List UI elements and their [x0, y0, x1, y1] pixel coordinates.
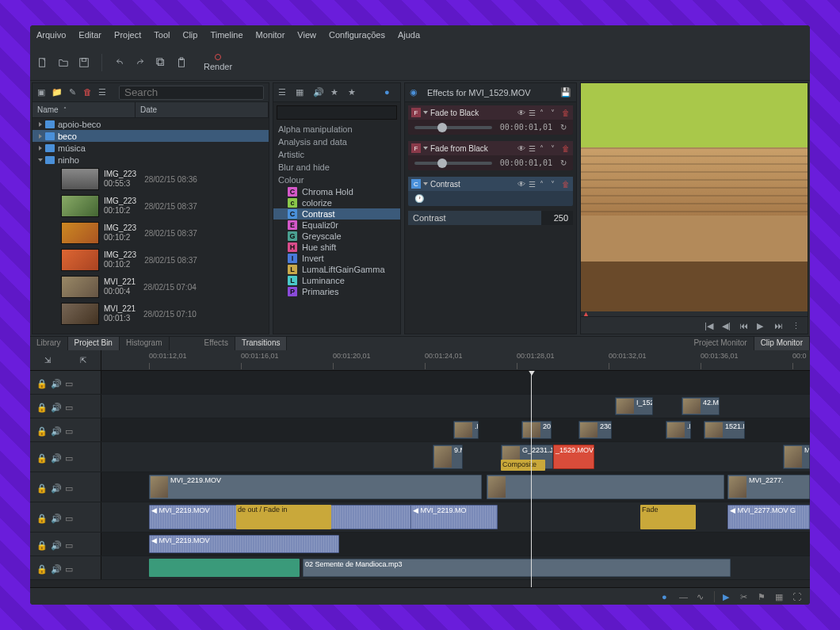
col-name[interactable]: Name˄: [32, 102, 136, 117]
fx-item[interactable]: CContrast: [273, 208, 400, 220]
collapse-icon[interactable]: [423, 182, 428, 185]
effect-fade-to-black[interactable]: FFade to Black👁☰˄˅🗑 00:00:01,01↻: [408, 105, 573, 135]
up-icon[interactable]: ˄: [540, 144, 548, 152]
mute-icon[interactable]: 🔊: [51, 379, 59, 387]
timeline-clip[interactable]: ◀ MVI_2219.MO: [410, 505, 498, 529]
track-body[interactable]: [101, 371, 810, 394]
fx-item[interactable]: ccolorize: [273, 197, 400, 208]
bin-clip-row[interactable]: IMG_22300:55:3 28/02/15 08:36: [32, 166, 269, 193]
fx-menu-icon[interactable]: ☰: [278, 87, 289, 98]
col-date[interactable]: Date: [136, 102, 269, 117]
track-body[interactable]: 9.MOVG_2231.JPG_1529.MOVMVI_22Composite: [101, 442, 810, 472]
delete-icon[interactable]: 🗑: [83, 87, 92, 98]
add-clip-icon[interactable]: ▣: [37, 87, 45, 98]
track-head[interactable]: 🔒🔊▭: [30, 556, 101, 579]
copy-icon[interactable]: [155, 56, 167, 69]
keyframe-icon[interactable]: 🕐: [414, 194, 424, 203]
zoom-fit-icon[interactable]: ⇲: [44, 356, 51, 365]
monitor-scrubber[interactable]: ▲: [581, 311, 808, 316]
bin-search-input[interactable]: [119, 86, 264, 100]
menu-ajuda[interactable]: Ajuda: [398, 30, 420, 40]
tab-clip-monitor[interactable]: Clip Monitor: [754, 337, 810, 350]
timeline-clip[interactable]: de out / Fade in: [236, 505, 331, 529]
stack-save-icon[interactable]: 💾: [560, 87, 571, 98]
down-icon[interactable]: ˅: [551, 144, 559, 152]
reset-icon[interactable]: ↻: [560, 158, 567, 167]
fx-audio-icon[interactable]: 🔊: [313, 87, 324, 98]
mute-icon[interactable]: 🔊: [51, 514, 59, 521]
tab-project-bin[interactable]: Project Bin: [68, 337, 120, 350]
timeline-clip[interactable]: 42.MOV: [682, 397, 720, 415]
track-head[interactable]: 🔒🔊▭: [30, 418, 101, 441]
track-head[interactable]: 🔒🔊▭: [30, 371, 101, 394]
open-folder-icon[interactable]: [57, 56, 70, 69]
lock-icon[interactable]: 🔒: [36, 514, 44, 521]
menu-editar[interactable]: Editar: [78, 30, 101, 40]
timeline-clip[interactable]: 230.MOV: [578, 421, 612, 439]
status-full-icon[interactable]: ⛶: [792, 592, 802, 601]
track-head[interactable]: 🔒🔊▭: [30, 502, 101, 532]
timeline-clip[interactable]: .MOV: [666, 421, 691, 439]
fx-category[interactable]: Alpha manipulation: [273, 123, 400, 136]
fx-category[interactable]: Colour: [273, 174, 400, 186]
tab-project-monitor[interactable]: Project Monitor: [687, 337, 754, 350]
collapse-icon[interactable]: [423, 111, 428, 114]
down-icon[interactable]: ˅: [551, 180, 559, 188]
tab-effects[interactable]: Effects: [198, 337, 235, 350]
bin-clip-row[interactable]: MVI_22100:00:4 28/02/15 07:04: [32, 273, 269, 300]
menu-arquivo[interactable]: Arquivo: [36, 30, 66, 40]
menu-monitor[interactable]: Monitor: [256, 30, 285, 40]
step-back-icon[interactable]: ◀|: [722, 321, 731, 330]
timeline-clip[interactable]: Fade: [640, 505, 696, 529]
reset-icon[interactable]: ↻: [560, 123, 567, 132]
view-icon[interactable]: ▭: [65, 540, 73, 548]
lock-icon[interactable]: 🔒: [36, 403, 44, 410]
track-head[interactable]: 🔒🔊▭: [30, 395, 101, 418]
view-icon[interactable]: ▭: [65, 483, 73, 491]
goto-start-icon[interactable]: |◀: [704, 321, 714, 330]
lock-icon[interactable]: 🔒: [36, 483, 44, 491]
rewind-icon[interactable]: ⏮: [739, 321, 749, 330]
view-icon[interactable]: ▭: [65, 564, 73, 572]
new-file-icon[interactable]: [36, 56, 49, 69]
menu-icon[interactable]: ☰: [529, 109, 536, 116]
mute-icon[interactable]: 🔊: [51, 426, 59, 434]
fx-info-icon[interactable]: ●: [384, 87, 395, 98]
playhead[interactable]: [531, 371, 532, 587]
status-play-icon[interactable]: ▶: [723, 592, 732, 601]
status-minus-icon[interactable]: —: [679, 592, 689, 601]
view-icon[interactable]: ▭: [65, 403, 73, 410]
fx-item[interactable]: EEqualiz0r: [273, 220, 400, 231]
track-body[interactable]: ◀ MVI_2219.MOVde out / Fade inFade◀ MVI_…: [101, 502, 810, 532]
timeline-clip[interactable]: 02 Semente de Mandioca.mp3: [303, 559, 731, 577]
effect-fade-from-black[interactable]: FFade from Black👁☰˄˅🗑 00:00:01,01↻: [408, 141, 573, 170]
bin-clip-row[interactable]: IMG_22300:10:2 28/02/15 08:37: [32, 246, 269, 273]
folder-row[interactable]: música: [32, 142, 269, 154]
contrast-value-input[interactable]: 250: [541, 211, 573, 225]
remove-icon[interactable]: 🗑: [562, 180, 570, 188]
tab-library[interactable]: Library: [30, 337, 68, 350]
lock-icon[interactable]: 🔒: [36, 453, 44, 461]
timeline-clip[interactable]: MVI_2277.: [727, 475, 810, 499]
timeline-clip[interactable]: ◀ MVI_2277.MOV G: [727, 505, 810, 529]
track-body[interactable]: ◀ MVI_2219.MOV: [101, 533, 810, 556]
lock-icon[interactable]: 🔒: [36, 540, 44, 548]
paste-icon[interactable]: [175, 56, 188, 69]
fx-view-icon[interactable]: ▦: [296, 87, 307, 98]
timeline-clip[interactable]: ◀ MVI_2219.MOV: [149, 535, 339, 553]
mute-icon[interactable]: 🔊: [51, 403, 59, 410]
lock-icon[interactable]: 🔒: [36, 564, 44, 572]
menu-tool[interactable]: Tool: [154, 30, 170, 40]
ruler-ticks[interactable]: 00:01:12,0100:01:16,0100:01:20,0100:01:2…: [101, 350, 810, 370]
eye-icon[interactable]: 👁: [517, 144, 525, 152]
track-head[interactable]: 🔒🔊▭: [30, 472, 101, 502]
stack-toggle-icon[interactable]: ◉: [410, 87, 421, 98]
folder-row[interactable]: apoio-beco: [32, 118, 269, 130]
status-wave-icon[interactable]: ∿: [697, 592, 706, 601]
track-head[interactable]: 🔒🔊▭: [30, 533, 101, 556]
tab-transitions[interactable]: Transitions: [235, 337, 288, 350]
mute-icon[interactable]: 🔊: [51, 540, 59, 548]
fx-fav2-icon[interactable]: ★: [348, 87, 359, 98]
remove-icon[interactable]: 🗑: [562, 109, 570, 116]
timeline-clip[interactable]: MVI_2219.MOV: [149, 475, 482, 499]
